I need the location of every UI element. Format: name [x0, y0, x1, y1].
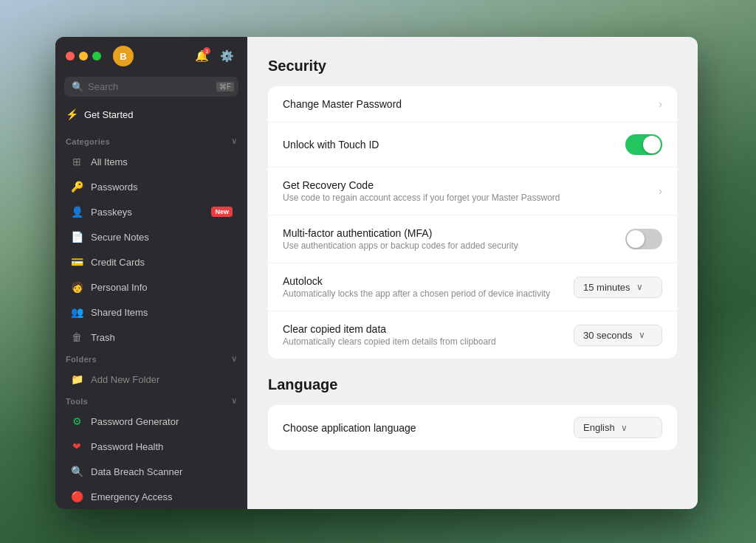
search-shortcut: ⌘F	[216, 82, 234, 91]
clear-copied-dropdown[interactable]: 30 seconds ∨	[574, 325, 662, 346]
sidebar-item-label: Password Generator	[91, 416, 179, 427]
language-dropdown[interactable]: English ∨	[574, 417, 662, 438]
settings-row-content: Change Master Password	[283, 98, 659, 110]
settings-row-desc: Use code to regain account access if you…	[283, 193, 659, 203]
categories-section-header: Categories ∨	[55, 132, 247, 149]
clear-copied-value: 30 seconds	[583, 330, 633, 341]
settings-row-title: Unlock with Touch ID	[283, 139, 625, 151]
toggle-thumb	[643, 136, 661, 153]
security-section-title: Security	[268, 58, 677, 75]
sidebar-item-personal-info[interactable]: 🧑 Personal Info	[60, 275, 243, 299]
settings-row-clear-copied: Clear copied item data Automatically cle…	[268, 311, 677, 359]
settings-row-content: Autolock Automatically locks the app aft…	[283, 275, 574, 299]
language-section-title: Language	[268, 376, 677, 393]
settings-row-content: Clear copied item data Automatically cle…	[283, 323, 574, 347]
settings-row-title: Choose application language	[283, 422, 574, 434]
notification-badge: 3	[203, 47, 210, 55]
search-input[interactable]	[88, 81, 212, 92]
sidebar-item-label: Data Breach Scanner	[91, 466, 182, 477]
language-settings-card: Choose application language English ∨	[268, 405, 677, 450]
sidebar-item-emergency-access[interactable]: 🔴 Emergency Access	[60, 485, 243, 508]
settings-row-content: Choose application language	[283, 422, 574, 434]
header-icons: 🔔 3 ⚙️	[191, 46, 237, 66]
note-icon: 📄	[70, 230, 83, 243]
autolock-value: 15 minutes	[583, 282, 630, 293]
tools-section-header: Tools ∨	[55, 392, 247, 409]
settings-row-action: English ∨	[574, 417, 662, 438]
sidebar-item-label: Emergency Access	[91, 491, 173, 502]
categories-chevron-icon[interactable]: ∨	[231, 136, 237, 146]
sidebar-item-password-health[interactable]: ❤ Password Health	[60, 435, 243, 458]
get-started-row[interactable]: ⚡ Get Started	[55, 104, 247, 123]
sidebar-item-credit-cards[interactable]: 💳 Credit Cards	[60, 250, 243, 274]
health-icon: ❤	[70, 440, 83, 453]
app-window: B 🔔 3 ⚙️ 🔍 ⌘F ⚡ Get Started	[55, 37, 698, 509]
shared-icon: 👥	[70, 305, 83, 319]
gear-icon: ⚙️	[220, 49, 234, 63]
settings-row-change-master-password[interactable]: Change Master Password ›	[268, 86, 677, 122]
toggle-thumb	[627, 230, 645, 248]
sidebar: B 🔔 3 ⚙️ 🔍 ⌘F ⚡ Get Started	[55, 37, 247, 509]
folders-chevron-icon[interactable]: ∨	[231, 354, 237, 364]
sidebar-item-label: Shared Items	[91, 307, 148, 318]
sidebar-item-label: Passkeys	[91, 207, 132, 218]
add-folder-icon: 📁	[70, 373, 83, 386]
settings-row-language: Choose application language English ∨	[268, 405, 677, 450]
emergency-icon: 🔴	[70, 490, 83, 503]
sidebar-item-label: All Items	[91, 156, 128, 167]
sidebar-item-label: Password Health	[91, 441, 163, 452]
notifications-button[interactable]: 🔔 3	[191, 46, 212, 66]
sidebar-item-label: Secure Notes	[91, 232, 149, 243]
close-button[interactable]	[66, 52, 75, 60]
avatar[interactable]: B	[113, 46, 134, 66]
autolock-dropdown[interactable]: 15 minutes ∨	[574, 277, 662, 298]
language-value: English	[583, 422, 615, 433]
person-icon: 🧑	[70, 280, 83, 294]
main-content: Security Change Master Password › Unlock…	[247, 37, 698, 509]
lightning-icon: ⚡	[66, 108, 78, 120]
grid-icon: ⊞	[70, 155, 83, 168]
new-badge: New	[211, 207, 233, 217]
security-settings-card: Change Master Password › Unlock with Tou…	[268, 86, 677, 359]
add-new-folder-button[interactable]: 📁 Add New Folder	[60, 367, 243, 391]
settings-button[interactable]: ⚙️	[216, 46, 237, 66]
settings-row-action	[625, 134, 662, 155]
card-icon: 💳	[70, 255, 83, 269]
mfa-toggle[interactable]	[625, 229, 662, 249]
settings-row-action: 30 seconds ∨	[574, 325, 662, 346]
sidebar-item-trash[interactable]: 🗑 Trash	[60, 325, 243, 349]
sidebar-item-label: Passwords	[91, 181, 138, 193]
settings-row-desc: Automatically locks the app after a chos…	[283, 288, 574, 299]
settings-row-autolock: Autolock Automatically locks the app aft…	[268, 263, 677, 311]
folders-section-header: Folders ∨	[55, 350, 247, 367]
sidebar-item-secure-notes[interactable]: 📄 Secure Notes	[60, 225, 243, 249]
tools-chevron-icon[interactable]: ∨	[231, 396, 237, 406]
settings-row-title: Change Master Password	[283, 98, 659, 110]
traffic-lights	[66, 52, 101, 60]
settings-row-touch-id: Unlock with Touch ID	[268, 122, 677, 167]
trash-icon: 🗑	[70, 331, 83, 344]
categories-label: Categories	[66, 137, 110, 146]
settings-row-title: Get Recovery Code	[283, 179, 659, 191]
key-icon: 🔑	[70, 180, 83, 193]
chevron-right-icon: ›	[659, 98, 662, 110]
minimize-button[interactable]	[79, 52, 88, 60]
search-bar: 🔍 ⌘F	[64, 77, 238, 97]
sidebar-item-all-items[interactable]: ⊞ All Items	[60, 150, 243, 173]
sidebar-item-label: Credit Cards	[91, 257, 145, 268]
passkey-icon: 👤	[70, 205, 83, 218]
search-input-wrap[interactable]: 🔍 ⌘F	[64, 77, 238, 97]
sidebar-item-data-breach[interactable]: 🔍 Data Breach Scanner	[60, 460, 243, 483]
settings-row-recovery-code[interactable]: Get Recovery Code Use code to regain acc…	[268, 167, 677, 215]
sidebar-item-shared[interactable]: 👥 Shared Items	[60, 300, 243, 324]
sidebar-item-label: Personal Info	[91, 282, 148, 293]
sidebar-item-passkeys[interactable]: 👤 Passkeys New	[60, 200, 243, 224]
dropdown-chevron-icon: ∨	[621, 423, 628, 433]
touch-id-toggle[interactable]	[625, 134, 662, 155]
maximize-button[interactable]	[92, 52, 101, 60]
settings-row-action: ›	[659, 98, 662, 110]
settings-row-action: ›	[659, 185, 662, 197]
sidebar-item-passwords[interactable]: 🔑 Passwords	[60, 175, 243, 198]
sidebar-item-password-generator[interactable]: ⚙ Password Generator	[60, 409, 243, 433]
settings-row-action	[625, 229, 662, 249]
